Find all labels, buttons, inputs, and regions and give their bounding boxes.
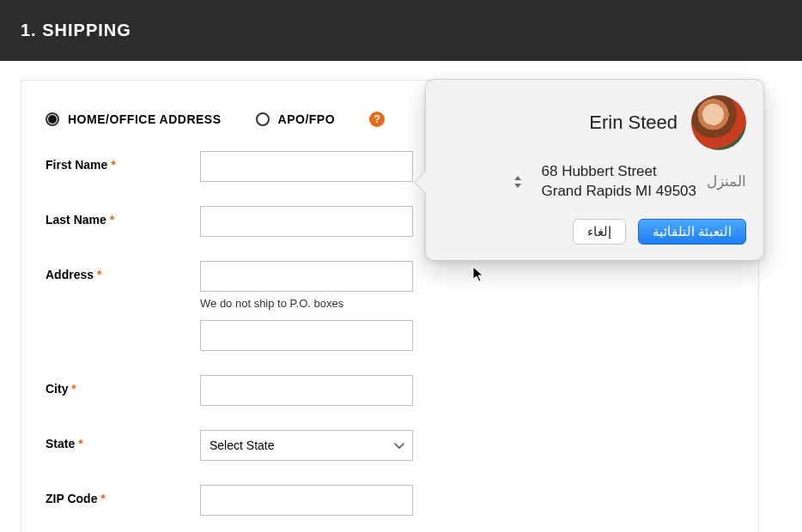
autofill-body: المنزل 68 Hubbert Street Grand Rapids MI…	[443, 162, 746, 202]
address-line2: Grand Rapids MI 49503	[542, 182, 697, 202]
radio-apo-label: APO/FPO	[278, 112, 336, 126]
radio-home-label: HOME/OFFICE ADDRESS	[68, 112, 222, 126]
contact-name: Erin Steed	[589, 112, 677, 134]
radio-home-office[interactable]: HOME/OFFICE ADDRESS	[46, 112, 222, 126]
radio-apo-fpo[interactable]: APO/FPO	[256, 112, 336, 126]
zip-input[interactable]	[200, 485, 413, 516]
row-city: City *	[46, 375, 734, 406]
label-last-name: Last Name *	[46, 206, 200, 227]
label-zip: ZIP Code *	[46, 485, 200, 505]
radio-dot-icon	[46, 112, 59, 126]
address-hint: We do not ship to P.O. boxes	[200, 297, 413, 310]
radio-circle-icon	[256, 112, 270, 126]
row-address: Address * We do not ship to P.O. boxes	[46, 261, 734, 310]
last-name-input[interactable]	[200, 206, 413, 237]
label-first-name: First Name *	[46, 151, 200, 172]
autofill-button[interactable]: التعبئة التلقائية	[638, 219, 746, 245]
address-line1-input[interactable]	[200, 261, 413, 292]
autofill-popover: Erin Steed المنزل 68 Hubbert Street Gran…	[425, 79, 764, 261]
row-zip: ZIP Code *	[46, 485, 734, 516]
row-address2	[46, 320, 734, 351]
help-icon[interactable]: ?	[369, 112, 385, 127]
address-line2-input[interactable]	[200, 320, 413, 351]
required-asterisk: *	[78, 437, 82, 450]
autofill-header: Erin Steed	[443, 95, 746, 150]
autofill-actions: التعبئة التلقائية إلغاء	[443, 219, 746, 245]
label-state: State *	[46, 430, 200, 450]
address-type-label: المنزل	[707, 172, 746, 190]
label-address2-empty	[46, 320, 200, 327]
address-line1: 68 Hubbert Street	[542, 162, 697, 182]
autofill-address: 68 Hubbert Street Grand Rapids MI 49503	[542, 162, 697, 202]
cancel-button[interactable]: إلغاء	[573, 219, 626, 245]
row-state: State * Select State	[46, 430, 734, 461]
state-select[interactable]: Select State	[200, 430, 413, 461]
required-asterisk: *	[110, 213, 114, 227]
city-input[interactable]	[200, 375, 413, 406]
label-city: City *	[46, 375, 200, 396]
section-header: 1. Shipping	[0, 0, 802, 61]
required-asterisk: *	[111, 158, 115, 172]
required-asterisk: *	[71, 382, 76, 396]
first-name-input[interactable]	[200, 151, 413, 182]
label-address: Address *	[46, 261, 200, 281]
required-asterisk: *	[100, 492, 105, 505]
address-stepper[interactable]	[512, 174, 524, 190]
avatar	[691, 95, 746, 150]
required-asterisk: *	[97, 268, 101, 281]
section-title: 1. Shipping	[21, 21, 131, 39]
state-select-wrap: Select State	[200, 430, 413, 461]
